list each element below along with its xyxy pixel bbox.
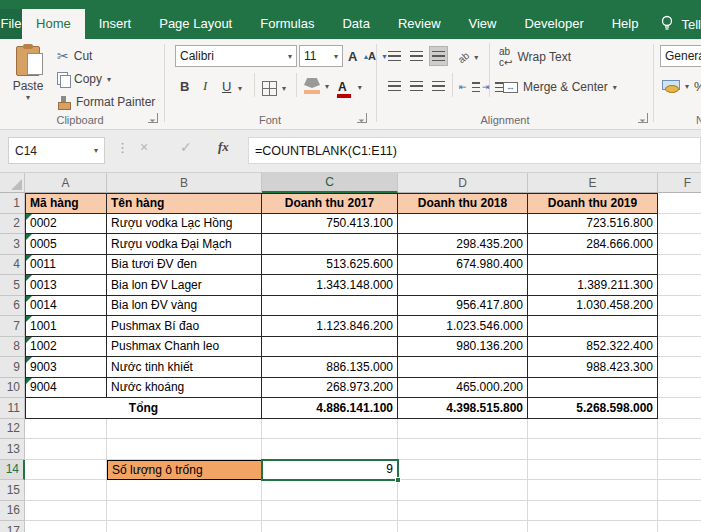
cell-F17[interactable] <box>658 521 701 532</box>
cell-D3[interactable]: 298.435.200 <box>398 234 528 255</box>
cell-F3[interactable] <box>658 234 701 255</box>
cell-D4[interactable]: 674.980.400 <box>398 255 528 276</box>
percent-style-button[interactable]: % <box>694 75 701 97</box>
cell-E1[interactable]: Doanh thu 2019 <box>528 193 658 214</box>
cell-E13[interactable] <box>528 439 658 460</box>
tab-view[interactable]: View <box>455 9 511 39</box>
row-header-17[interactable]: 17 <box>0 521 25 532</box>
cell-D16[interactable] <box>398 501 528 522</box>
fill-color-caret-icon[interactable]: ▾ <box>325 82 329 91</box>
tab-file[interactable]: File <box>0 9 22 39</box>
cancel-button[interactable]: × <box>140 139 148 155</box>
cell-C7[interactable]: 1.123.846.200 <box>262 316 398 337</box>
cell-A17[interactable] <box>25 521 107 532</box>
col-header-C[interactable]: C <box>262 173 398 193</box>
cell-A7[interactable]: 1001 <box>25 316 107 337</box>
accounting-format-button[interactable]: ▾ <box>662 75 689 97</box>
active-cell-selection[interactable] <box>261 459 399 482</box>
cell-D5[interactable] <box>398 275 528 296</box>
cell-A6[interactable]: 0014 <box>25 296 107 317</box>
cell-F14[interactable] <box>658 460 701 481</box>
row-header-16[interactable]: 16 <box>0 501 25 522</box>
font-name-combo[interactable]: Calibri ▾ <box>175 45 297 67</box>
row-header-11[interactable]: 11 <box>0 398 25 419</box>
increase-indent-button[interactable]: ⇥ <box>482 76 503 98</box>
cell-D10[interactable]: 465.000.200 <box>398 378 528 399</box>
accounting-caret-icon[interactable]: ▾ <box>685 82 689 91</box>
cell-C5[interactable]: 1.343.148.000 <box>262 275 398 296</box>
row-header-15[interactable]: 15 <box>0 480 25 501</box>
cell-C8[interactable] <box>262 337 398 358</box>
cell-B12[interactable] <box>107 419 262 440</box>
cell-F13[interactable] <box>658 439 701 460</box>
merge-center-button[interactable]: ↔ Merge & Center ▾ <box>503 76 617 98</box>
row-header-1[interactable]: 1 <box>0 193 25 214</box>
alignment-dialog-launcher-icon[interactable] <box>638 113 648 123</box>
fill-handle[interactable] <box>395 477 401 483</box>
cell-C2[interactable]: 750.413.100 <box>262 214 398 235</box>
copy-caret-icon[interactable]: ▾ <box>107 75 111 84</box>
cell-B7[interactable]: Pushmax Bí đao <box>107 316 262 337</box>
cell-E10[interactable] <box>528 378 658 399</box>
tell-me-box[interactable]: Tell <box>660 9 701 39</box>
cut-button[interactable]: ✂ Cut <box>57 45 92 67</box>
cell-B9[interactable]: Nước tinh khiết <box>107 357 262 378</box>
cell-B1[interactable]: Tên hàng <box>107 193 262 214</box>
borders-caret-icon[interactable]: ▾ <box>282 84 286 93</box>
cell-F8[interactable] <box>658 337 701 358</box>
cell-D13[interactable] <box>398 439 528 460</box>
cell-E2[interactable]: 723.516.800 <box>528 214 658 235</box>
bottom-align-button[interactable] <box>429 46 448 66</box>
cell-E9[interactable]: 988.423.300 <box>528 357 658 378</box>
cell-F4[interactable] <box>658 255 701 276</box>
cell-D6[interactable]: 956.417.800 <box>398 296 528 317</box>
cell-B17[interactable] <box>107 521 262 532</box>
tab-review[interactable]: Review <box>384 9 455 39</box>
cell-C12[interactable] <box>262 419 398 440</box>
cell-E11[interactable]: 5.268.598.000 <box>528 398 658 419</box>
cell-C17[interactable] <box>262 521 398 532</box>
number-format-combo[interactable]: General <box>660 45 701 67</box>
cell-C16[interactable] <box>262 501 398 522</box>
cell-E15[interactable] <box>528 480 658 501</box>
cell-A11[interactable]: Tổng <box>25 398 262 419</box>
cell-D7[interactable]: 1.023.546.000 <box>398 316 528 337</box>
cell-D15[interactable] <box>398 480 528 501</box>
cell-D12[interactable] <box>398 419 528 440</box>
name-box[interactable]: C14 ▾ <box>8 137 105 164</box>
cell-E5[interactable]: 1.389.211.300 <box>528 275 658 296</box>
cell-B4[interactable]: Bia tươi ĐV đen <box>107 255 262 276</box>
decrease-indent-button[interactable]: ⇤ <box>459 76 480 98</box>
cell-C9[interactable]: 886.135.000 <box>262 357 398 378</box>
cell-A4[interactable]: 0011 <box>25 255 107 276</box>
row-header-14[interactable]: 14 <box>0 460 25 481</box>
cell-F11[interactable] <box>658 398 701 419</box>
cell-B16[interactable] <box>107 501 262 522</box>
tab-formulas[interactable]: Formulas <box>246 9 328 39</box>
namebox-splitter[interactable]: ⋮ <box>116 140 129 155</box>
borders-button[interactable]: ▾ <box>262 77 286 99</box>
cell-A8[interactable]: 1002 <box>25 337 107 358</box>
name-box-caret-icon[interactable]: ▾ <box>94 146 98 155</box>
cell-E16[interactable] <box>528 501 658 522</box>
cell-E8[interactable]: 852.322.400 <box>528 337 658 358</box>
row-header-5[interactable]: 5 <box>0 275 25 296</box>
font-dialog-launcher-icon[interactable] <box>357 113 367 123</box>
italic-button[interactable]: I <box>203 75 207 97</box>
orientation-button[interactable]: ab ▾ <box>458 46 478 68</box>
font-size-caret-icon[interactable]: ▾ <box>334 52 338 61</box>
cell-C4[interactable]: 513.625.600 <box>262 255 398 276</box>
underline-button[interactable]: U <box>222 75 231 97</box>
row-header-9[interactable]: 9 <box>0 357 25 378</box>
cell-D8[interactable]: 980.136.200 <box>398 337 528 358</box>
orientation-caret-icon[interactable]: ▾ <box>474 53 478 62</box>
col-header-B[interactable]: B <box>107 173 262 193</box>
cell-E3[interactable]: 284.666.000 <box>528 234 658 255</box>
row-header-13[interactable]: 13 <box>0 439 25 460</box>
col-header-A[interactable]: A <box>25 173 107 193</box>
cell-A2[interactable]: 0002 <box>25 214 107 235</box>
font-size-combo[interactable]: 11 ▾ <box>299 45 343 67</box>
cell-B15[interactable] <box>107 480 262 501</box>
middle-align-button[interactable] <box>407 46 426 66</box>
cell-B5[interactable]: Bia lon ĐV Lager <box>107 275 262 296</box>
